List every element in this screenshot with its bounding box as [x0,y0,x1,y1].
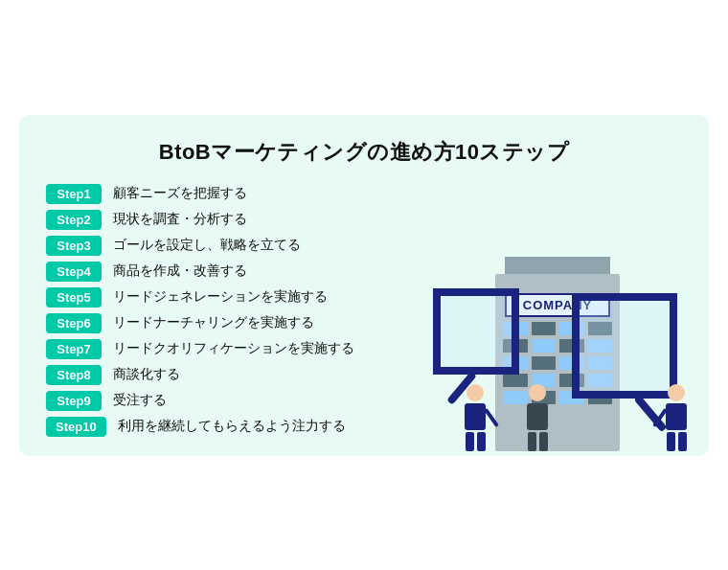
step-text: 商品を作成・改善する [113,262,247,280]
step-badge: Step8 [46,365,102,385]
step-row: Step8商談化する [46,365,682,385]
step-text: 顧客ニーズを把握する [113,185,247,202]
step-badge: Step6 [46,313,102,333]
step-row: Step10利用を継続してもらえるよう注力する [46,417,682,437]
step-badge: Step9 [46,391,102,411]
main-card: BtoBマーケティングの進め方10ステップ Step1顧客ニーズを把握するSte… [19,115,709,456]
step-badge: Step2 [46,210,102,230]
step-text: 商談化する [113,366,180,383]
step-text: 利用を継続してもらえるよう注力する [118,418,346,435]
step-badge: Step10 [46,417,106,437]
step-badge: Step1 [46,184,102,204]
step-text: 現状を調査・分析する [113,211,247,228]
step-badge: Step4 [46,262,102,282]
step-row: Step5リードジェネレーションを実施する [46,287,682,308]
step-text: リードナーチャリングを実施する [113,314,314,331]
step-text: 受注する [113,392,167,409]
step-row: Step6リードナーチャリングを実施する [46,313,682,333]
step-row: Step2現状を調査・分析する [46,210,682,230]
step-row: Step9受注する [46,391,682,411]
step-badge: Step5 [46,287,102,308]
step-badge: Step3 [46,236,102,256]
content-area: Step1顧客ニーズを把握するStep2現状を調査・分析するStep3ゴールを設… [46,184,682,437]
step-text: ゴールを設定し、戦略を立てる [113,237,301,254]
step-badge: Step7 [46,339,102,359]
page-title: BtoBマーケティングの進め方10ステップ [46,138,682,167]
step-row: Step7リードクオリフィケーションを実施する [46,339,682,359]
step-text: リードジェネレーションを実施する [113,288,328,306]
step-row: Step4商品を作成・改善する [46,262,682,282]
step-row: Step3ゴールを設定し、戦略を立てる [46,236,682,256]
step-text: リードクオリフィケーションを実施する [113,340,354,357]
steps-list: Step1顧客ニーズを把握するStep2現状を調査・分析するStep3ゴールを設… [46,184,682,437]
step-row: Step1顧客ニーズを把握する [46,184,682,204]
